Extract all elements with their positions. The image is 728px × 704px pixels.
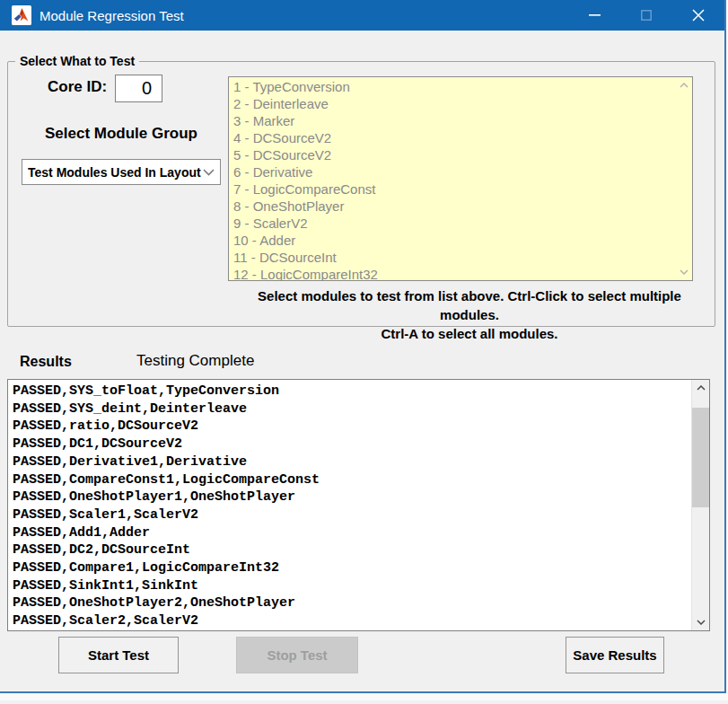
module-select-help: Select modules to test from list above. …: [228, 286, 711, 343]
close-icon: [692, 9, 705, 22]
testing-status: Testing Complete: [136, 352, 254, 370]
result-line: PASSED,CompareConst1,LogicCompareConst: [13, 471, 690, 489]
scroll-up-icon[interactable]: [692, 380, 710, 396]
results-lines: PASSED,SYS_toFloat,TypeConversionPASSED,…: [8, 383, 690, 630]
maximize-icon: [641, 10, 652, 21]
module-list-scrollbar[interactable]: [677, 78, 691, 279]
result-line: PASSED,SYS_toFloat,TypeConversion: [13, 383, 690, 400]
result-line: PASSED,DC2,DCSourceInt: [13, 541, 690, 559]
module-list-item[interactable]: 10 - Adder: [233, 232, 676, 249]
titlebar: Module Regression Test: [0, 0, 724, 31]
stop-test-button: Stop Test: [236, 637, 358, 673]
module-list-item[interactable]: 9 - ScalerV2: [233, 215, 676, 232]
scroll-down-icon[interactable]: [677, 267, 691, 277]
result-line: PASSED,Compare1,LogicCompareInt32: [13, 559, 690, 577]
result-line: PASSED,Add1,Adder: [13, 524, 690, 542]
module-listbox[interactable]: 1 - TypeConversion2 - Deinterleave3 - Ma…: [228, 76, 693, 281]
minimize-button[interactable]: [568, 0, 620, 31]
results-scrollbar[interactable]: [691, 380, 709, 630]
scrollbar-thumb[interactable]: [692, 408, 710, 507]
module-list-item[interactable]: 6 - Derivative: [233, 163, 676, 180]
module-list-item[interactable]: 7 - LogicCompareConst: [233, 180, 676, 198]
result-line: PASSED,Scaler2,ScalerV2: [13, 612, 690, 630]
core-id-label: Core ID:: [48, 78, 107, 96]
help-line-2: Ctrl-A to select all modules.: [228, 324, 711, 343]
results-label: Results: [20, 354, 72, 370]
desktop-area: [0, 700, 728, 704]
module-list-item[interactable]: 5 - DCSourceV2: [233, 146, 676, 163]
result-line: PASSED,DC1,DCSourceV2: [13, 436, 690, 453]
window-title: Module Regression Test: [39, 8, 568, 23]
result-line: PASSED,OneShotPlayer2,OneShotPlayer: [13, 594, 690, 612]
module-list-items: 1 - TypeConversion2 - Deinterleave3 - Ma…: [229, 78, 676, 280]
window-controls: [568, 0, 724, 31]
core-id-input[interactable]: 0: [115, 75, 162, 102]
module-list-item[interactable]: 8 - OneShotPlayer: [233, 198, 676, 215]
result-line: PASSED,ratio,DCSourceV2: [13, 418, 690, 436]
result-line: PASSED,OneShotPlayer1,OneShotPlayer: [13, 488, 690, 506]
chevron-down-icon: [203, 169, 215, 176]
scroll-up-icon[interactable]: [677, 80, 691, 91]
module-list-item[interactable]: 12 - LogicCompareInt32: [233, 266, 676, 281]
panel-title: Select What to Test: [15, 54, 139, 68]
module-list-item[interactable]: 3 - Marker: [233, 112, 676, 129]
module-list-item[interactable]: 4 - DCSourceV2: [233, 129, 676, 146]
result-line: PASSED,SYS_deint,Deinterleave: [13, 400, 690, 418]
results-listbox[interactable]: PASSED,SYS_toFloat,TypeConversionPASSED,…: [7, 379, 710, 631]
module-group-label: Select Module Group: [22, 125, 221, 143]
module-list-item[interactable]: 2 - Deinterleave: [233, 95, 676, 112]
minimize-icon: [589, 14, 601, 16]
module-group-dropdown[interactable]: Test Modules Used In Layout: [22, 159, 221, 185]
result-line: PASSED,Scaler1,ScalerV2: [13, 506, 690, 524]
module-group-dropdown-value: Test Modules Used In Layout: [28, 165, 203, 180]
matlab-icon: [12, 5, 31, 25]
start-test-button[interactable]: Start Test: [58, 637, 179, 673]
module-list-item[interactable]: 1 - TypeConversion: [233, 78, 676, 95]
maximize-button: [620, 0, 672, 31]
close-button[interactable]: [672, 0, 724, 31]
result-line: PASSED,Derivative1,Derivative: [13, 453, 690, 471]
save-results-button[interactable]: Save Results: [566, 637, 664, 673]
result-line: PASSED,SinkInt1,SinkInt: [13, 577, 690, 595]
scroll-down-icon[interactable]: [692, 614, 710, 630]
select-what-to-test-panel: Select What to Test Core ID: 0 Select Mo…: [7, 61, 715, 327]
module-list-item[interactable]: 11 - DCSourceInt: [233, 249, 676, 266]
app-window: Module Regression Test Select What to Te…: [0, 0, 726, 693]
help-line-1: Select modules to test from list above. …: [228, 286, 711, 324]
